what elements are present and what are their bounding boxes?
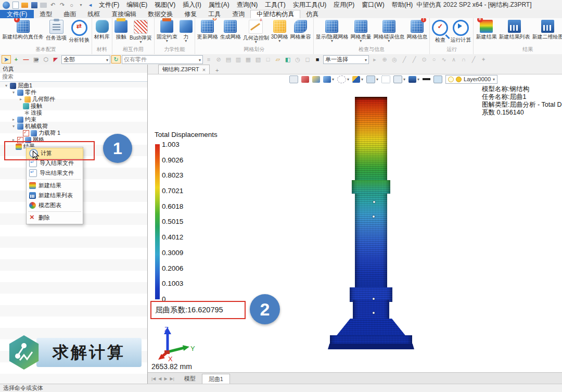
folder-icon[interactable]: ▱ [274, 56, 282, 63]
chevron-down-icon[interactable]: ▾ [361, 77, 363, 82]
context-delete-item[interactable]: 删除 [27, 213, 83, 223]
tab-surface[interactable]: 曲面 [58, 10, 82, 18]
tab-inquire[interactable]: 查询 [226, 10, 250, 18]
remove-icon[interactable]: — [22, 56, 30, 63]
pick-cursor-icon[interactable]: ▸ [371, 56, 379, 63]
menu-window[interactable]: 窗口(W) [358, 0, 388, 10]
run-calculation-button[interactable]: 运行计算 [449, 19, 472, 43]
exit-view-icon[interactable] [289, 75, 298, 83]
display-scope-select[interactable]: 全部 [61, 55, 110, 64]
pin-icon[interactable]: ⊕ [380, 56, 389, 63]
tab-simulation[interactable]: 仿真 [300, 10, 324, 18]
chevron-down-icon[interactable]: ▾ [376, 77, 378, 82]
face-icon[interactable]: □ [264, 56, 272, 63]
mesh-error-info-button[interactable]: 网格错误信息 [372, 19, 405, 44]
dropdown-caret-icon[interactable] [360, 40, 362, 43]
slash-icon[interactable]: ╱ [469, 56, 478, 63]
spline-icon[interactable]: ∿ [440, 56, 448, 63]
force-button[interactable]: 力 [178, 19, 194, 44]
geometry-edge-control-button[interactable]: 几何边控制 [242, 19, 270, 45]
dropdown-caret-icon[interactable] [331, 40, 333, 43]
material-library-button[interactable]: 材料库 [93, 19, 111, 40]
check-button[interactable]: 检查 [431, 19, 449, 43]
checkbox-checked-icon[interactable] [17, 137, 23, 143]
menu-help[interactable]: 帮助(H) [388, 0, 417, 10]
task-options-button[interactable]: 任务选项 [45, 19, 68, 41]
line-tool-icon[interactable]: ╱ [400, 56, 408, 63]
graphics-viewport[interactable]: 钢结构.Z3PRT× + ▾ ▾ ▾ ▾ ▾ ▾ Layer0000 [148, 65, 562, 384]
frame-icon[interactable]: ◻ [303, 56, 312, 63]
history-icon[interactable]: ◷ [293, 56, 302, 63]
mesh-quality-button[interactable]: 网格质量 [349, 19, 372, 44]
dropdown-caret-icon[interactable] [388, 40, 390, 43]
dropdown-caret-icon[interactable] [255, 41, 257, 44]
close-tab-icon[interactable]: × [202, 67, 206, 73]
menu-applications[interactable]: 应用(P) [330, 0, 358, 10]
new-result-list-button[interactable]: 新建结果列表 [497, 19, 531, 40]
background-icon[interactable] [366, 75, 375, 83]
new-result-button[interactable]: 新建结果 [475, 19, 497, 40]
tab-tools[interactable]: 工具 [202, 10, 226, 18]
fixed-constraint-button[interactable]: 固定约束 [156, 19, 178, 44]
layer-selector[interactable]: Layer0000 ▾ [445, 75, 497, 84]
menu-inquire[interactable]: 查询(N) [233, 0, 262, 10]
circle-center-icon[interactable]: ⊙ [420, 56, 428, 63]
clip-window-icon[interactable] [393, 75, 402, 83]
new-sim-task-button[interactable]: 新建结构仿真任务 [1, 19, 45, 40]
tab-data-exchange[interactable]: 数据交换 [142, 10, 178, 18]
expander-icon[interactable] [11, 117, 16, 122]
bush-spring-button[interactable]: Bush弹簧 [129, 19, 153, 45]
menu-edit[interactable]: 编辑(E) [123, 0, 151, 10]
show-hide-mesh-button[interactable]: 显示/隐藏网格 [315, 19, 350, 44]
zoom-window-icon[interactable] [381, 75, 390, 83]
target-icon[interactable]: ◎ [390, 56, 399, 63]
menu-attributes[interactable]: 属性(A) [205, 0, 233, 10]
context-new-result-item[interactable]: 新建结果 [27, 181, 83, 191]
arc-icon[interactable]: ∩ [459, 56, 468, 63]
new-file-icon[interactable] [11, 1, 20, 9]
tab-file[interactable]: 文件(F) [0, 10, 34, 18]
generate-mesh-button[interactable]: 生成网格 [219, 19, 242, 40]
tab-structural-simulation[interactable]: 中望结构仿真 [250, 10, 300, 18]
open-folder-icon[interactable] [20, 1, 29, 9]
tab-heal[interactable]: 修复 [178, 10, 202, 18]
plane-xz-icon[interactable]: ▦ [244, 56, 252, 63]
prev-sheet-icon[interactable]: ◀ [158, 376, 161, 381]
plane-xy-icon[interactable]: ▤ [224, 56, 233, 63]
image-tool-icon[interactable]: ▣▾ [32, 56, 40, 63]
context-new-result-list-item[interactable]: 新建结果列表 [27, 191, 83, 200]
context-modal-chart-item[interactable]: 模态图表 [27, 200, 83, 210]
rotate-view-icon[interactable] [337, 75, 346, 83]
model-sheet-tab[interactable]: 模型 [178, 373, 202, 384]
filter-icon[interactable]: ◤ [52, 56, 60, 63]
document-tab[interactable]: 钢结构.Z3PRT× [158, 65, 210, 74]
polygon-tool-icon[interactable]: ⬡ [42, 56, 50, 63]
plane-custom-icon[interactable]: ▧ [254, 56, 262, 63]
select-tool-icon[interactable]: ➤ [2, 56, 10, 63]
stop-icon[interactable]: ■ [313, 56, 322, 63]
last-sheet-icon[interactable]: ▶| [170, 376, 174, 381]
box-icon[interactable]: ◧ [284, 56, 292, 63]
section-view-icon[interactable] [408, 76, 416, 83]
3d-mesh-button[interactable]: 3D网格 [270, 19, 289, 44]
redo-icon[interactable]: ↷ [58, 1, 67, 9]
dropdown-caret-icon[interactable] [166, 40, 168, 43]
checkbox-checked-icon[interactable] [23, 130, 29, 136]
pick-mode-select[interactable]: 单一选择 [323, 55, 369, 64]
chevron-down-icon[interactable]: ▾ [347, 77, 349, 82]
view-orientation-icon[interactable] [323, 76, 331, 83]
polyline-tool-icon[interactable]: ╱ [410, 56, 418, 63]
tree-search-input[interactable] [0, 73, 144, 80]
mesh-compatibility-button[interactable]: 网格兼容 [289, 19, 312, 40]
line-width-icon[interactable] [423, 78, 430, 80]
tab-wireframe[interactable]: 线框 [82, 10, 106, 18]
next-sheet-icon[interactable]: ▶ [164, 376, 167, 381]
new-tab-button[interactable]: + [213, 66, 221, 74]
add-icon[interactable]: + [12, 56, 20, 63]
hand-icon[interactable]: ✦ [479, 56, 488, 63]
buckling-sheet-tab[interactable]: 屈曲1 [202, 374, 230, 384]
circle-tool-icon[interactable]: ○ [67, 1, 76, 9]
entity-filter-select[interactable]: 仅有零件 [122, 55, 203, 64]
dropdown-caret-icon[interactable] [185, 40, 187, 43]
menu-utilities[interactable]: 实用工具(U) [289, 0, 330, 10]
